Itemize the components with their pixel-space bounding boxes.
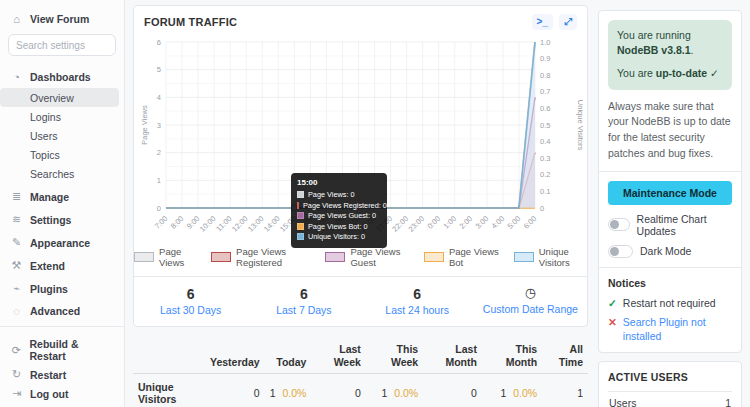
terminal-icon[interactable]: >_ <box>532 14 553 30</box>
legend-label: Page Views Registered <box>236 246 311 268</box>
svg-text:0.1: 0.1 <box>540 187 550 196</box>
tooltip-row: Page Views Registered: 0 <box>297 201 381 210</box>
sidebar-item-dashboards[interactable]: ◔Dashboards <box>0 68 124 86</box>
maintenance-mode-button[interactable]: Maintenance Mode <box>608 181 732 205</box>
advanced-icon: ◌ <box>10 305 23 317</box>
notices-title: Notices <box>608 277 732 289</box>
stat-link[interactable]: Last 7 Days <box>247 304 360 316</box>
expand-icon[interactable]: ⤢ <box>559 14 577 30</box>
table-header <box>133 339 205 374</box>
stat-last-24-hours: 6Last 24 hours <box>361 285 474 316</box>
sidebar-item-appearance[interactable]: ✎Appearance <box>0 233 124 252</box>
sidebar-item-restart[interactable]: ↻Restart <box>0 365 124 384</box>
toggle-label: Realtime Chart Updates <box>637 213 732 237</box>
sidebar-item-log-out[interactable]: ⇥Log out <box>0 384 124 403</box>
svg-text:8:00: 8:00 <box>169 214 186 231</box>
svg-text:4: 4 <box>157 93 161 102</box>
plugins-icon: ⌁ <box>10 282 23 295</box>
sidebar-item-settings[interactable]: ≋Settings <box>0 210 124 229</box>
tooltip-swatch <box>297 191 304 198</box>
legend-item-unique-visitors[interactable]: Unique Visitors <box>514 246 587 268</box>
legend-item-page-views-guest[interactable]: Page Views Guest <box>325 246 409 268</box>
tooltip-label: Page Views Bot: 0 <box>308 222 368 231</box>
sidebar-item-manage[interactable]: ≣Manage <box>0 187 124 206</box>
chart-legend: Page ViewsPage Views RegisteredPage View… <box>134 244 587 276</box>
tooltip-row: Page Views Guest: 0 <box>297 211 381 220</box>
search-settings-input[interactable] <box>8 34 116 56</box>
check-icon: ✓ <box>608 296 617 310</box>
legend-item-page-views-registered[interactable]: Page Views Registered <box>211 246 311 268</box>
legend-label: Unique Visitors <box>539 246 587 268</box>
sidebar-item-extend[interactable]: ⚒Extend <box>0 256 124 275</box>
chart-tooltip: 15:00 Page Views: 0Page Views Registered… <box>291 173 387 248</box>
clock-icon: ◷ <box>474 285 587 302</box>
view-forum-link[interactable]: ⌂ View Forum <box>0 10 124 28</box>
toggle-knob <box>610 247 619 256</box>
svg-text:1: 1 <box>157 176 161 185</box>
sidebar-footer: ⟳Rebuild & Restart↻Restart⇥Log out <box>0 335 124 403</box>
svg-text:1:00: 1:00 <box>442 214 459 231</box>
legend-swatch <box>424 252 444 262</box>
svg-text:22:00: 22:00 <box>390 214 410 234</box>
stat-link[interactable]: Custom Date Range <box>474 303 587 315</box>
svg-text:13:00: 13:00 <box>246 214 266 234</box>
notice-text[interactable]: Search Plugin not installed <box>623 315 732 343</box>
table-header: This Month <box>482 339 542 374</box>
svg-text:10:00: 10:00 <box>198 214 218 234</box>
traffic-table: YesterdayTodayLast WeekThis WeekLast Mon… <box>133 339 588 407</box>
legend-item-page-views[interactable]: Page Views <box>134 246 197 268</box>
rebuild-icon: ⟳ <box>10 344 22 357</box>
svg-text:0.7: 0.7 <box>540 87 550 96</box>
running-version-line: You are running NodeBB v3.8.1. <box>617 28 723 58</box>
stat-link[interactable]: Last 24 hours <box>361 304 474 316</box>
toggle-switch[interactable] <box>608 218 630 231</box>
tooltip-swatch <box>297 202 299 209</box>
sidebar-item-logins[interactable]: Logins <box>0 107 119 126</box>
toggle-dark-mode[interactable]: Dark Mode <box>608 245 732 258</box>
svg-text:2: 2 <box>157 148 161 157</box>
svg-text:0:00: 0:00 <box>425 214 442 231</box>
forum-traffic-card: FORUM TRAFFIC >_ ⤢ 012345600.10.20.30.40… <box>133 5 588 327</box>
right-panel: You are running NodeBB v3.8.1. You are u… <box>598 0 750 407</box>
svg-text:7:00: 7:00 <box>153 214 170 231</box>
svg-text:0: 0 <box>157 204 161 213</box>
tooltip-row: Page Views: 0 <box>297 190 381 199</box>
toggle-realtime-chart-updates[interactable]: Realtime Chart Updates <box>608 213 732 237</box>
sidebar-item-topics[interactable]: Topics <box>0 145 119 164</box>
view-forum-label: View Forum <box>30 13 89 25</box>
sidebar-item-overview[interactable]: Overview <box>0 88 119 107</box>
check-icon: ✓ <box>710 67 719 79</box>
tooltip-label: Page Views: 0 <box>308 190 355 199</box>
stat-value: 6 <box>134 285 247 303</box>
notice-text: Restart not required <box>623 296 716 310</box>
svg-text:0.3: 0.3 <box>540 154 550 163</box>
sidebar-item-users[interactable]: Users <box>0 126 119 145</box>
toggle-label: Dark Mode <box>640 245 691 257</box>
active-users-label: Users <box>609 397 636 407</box>
legend-label: Page Views Bot <box>449 246 500 268</box>
sidebar-item-searches[interactable]: Searches <box>0 164 119 183</box>
tooltip-row: Unique Visitors: 0 <box>297 232 381 241</box>
table-header: Yesterday <box>205 339 265 374</box>
table-cell: 0 <box>205 374 265 407</box>
legend-swatch <box>211 252 231 262</box>
up-to-date-line: You are up-to-date ✓ <box>617 66 723 81</box>
sidebar-item-label: Extend <box>30 260 65 272</box>
svg-text:0.4: 0.4 <box>540 137 550 146</box>
toggle-switch[interactable] <box>608 245 633 258</box>
sidebar-item-label: Manage <box>30 191 69 203</box>
svg-text:5:00: 5:00 <box>506 214 523 231</box>
sidebar-item-plugins[interactable]: ⌁Plugins <box>0 279 124 298</box>
sidebar-item-label: Plugins <box>30 283 68 295</box>
pct-change: 0.0% <box>394 387 418 399</box>
tooltip-label: Page Views Guest: 0 <box>308 211 376 220</box>
settings-icon: ≋ <box>10 213 23 226</box>
legend-label: Page Views <box>159 246 197 268</box>
active-users-card: ACTIVE USERS Users1Guests2Total3Connecti… <box>598 361 742 407</box>
sidebar-item-rebuild-restart[interactable]: ⟳Rebuild & Restart <box>0 335 124 365</box>
legend-item-page-views-bot[interactable]: Page Views Bot <box>424 246 500 268</box>
active-users-value: 1 <box>725 397 731 407</box>
sidebar-item-advanced[interactable]: ◌Advanced <box>0 302 124 320</box>
table-cell: 0 <box>311 374 365 407</box>
stat-link[interactable]: Last 30 Days <box>134 304 247 316</box>
